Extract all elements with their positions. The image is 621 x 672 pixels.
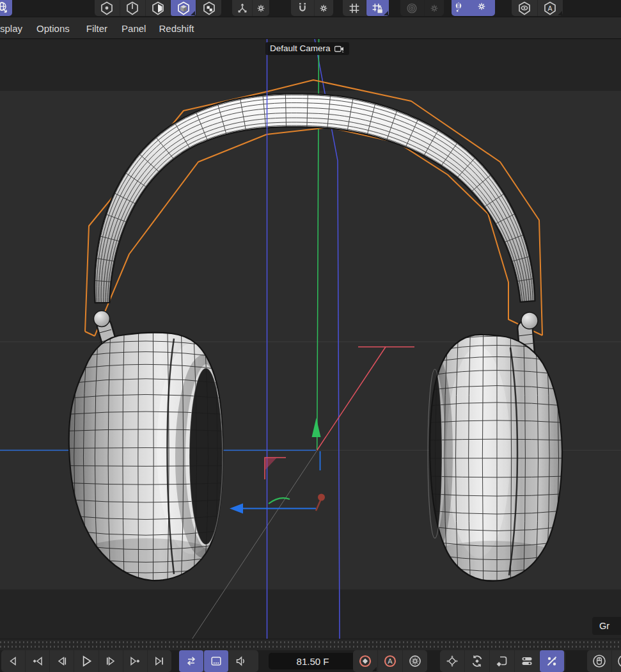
- goto-end-button[interactable]: [147, 650, 171, 672]
- hud-grid-label: Gr: [592, 617, 621, 635]
- mouse-input-button[interactable]: [587, 650, 611, 672]
- snap-magnet-icon[interactable]: [291, 0, 314, 16]
- axis-modify-icon[interactable]: [232, 0, 252, 16]
- audio-button[interactable]: [228, 650, 253, 672]
- menu-redshift[interactable]: Redshift: [159, 18, 194, 39]
- symmetry-icon: [452, 0, 475, 16]
- viewport-scene: [0, 39, 621, 639]
- auto-mode-button[interactable]: A: [537, 0, 563, 16]
- gear-icon[interactable]: [314, 0, 333, 16]
- gear-icon[interactable]: [424, 0, 444, 16]
- loop-icon: [185, 655, 198, 668]
- solo-eye-button[interactable]: [512, 0, 537, 16]
- film-icon: [210, 655, 223, 668]
- next-key-button[interactable]: [123, 650, 147, 672]
- viewport-3d[interactable]: Default Camera Gr: [0, 38, 621, 639]
- falloff-group: [400, 0, 444, 16]
- autokey-button[interactable]: A: [377, 650, 402, 672]
- loop-playback-button[interactable]: [179, 650, 203, 672]
- viewport-menubar: splay Options Filter Panel Redshift: [0, 17, 621, 39]
- solo-mode-group: [95, 0, 221, 16]
- ruler-ticks-top: [0, 641, 621, 643]
- camera-label-text: Default Camera: [270, 44, 331, 53]
- quantize-frame-icon[interactable]: [343, 0, 366, 16]
- solo-half-button[interactable]: [145, 0, 171, 16]
- submenu-corner: [372, 667, 377, 671]
- ruler-ticks-bottom: [0, 646, 621, 648]
- key-scale-toggle[interactable]: [489, 650, 514, 672]
- solo-cube-button[interactable]: [170, 0, 196, 16]
- input-extra-button[interactable]: [611, 650, 621, 672]
- transport-bar: 81.50 F A: [0, 650, 621, 672]
- z-axis-dot[interactable]: [318, 494, 325, 501]
- prev-key-button[interactable]: [25, 650, 49, 672]
- speaker-icon: [235, 655, 248, 668]
- symmetry-group[interactable]: [452, 0, 495, 16]
- keying-group: A: [353, 650, 427, 672]
- quantize-group: [343, 0, 389, 16]
- solo-split-button[interactable]: [120, 0, 145, 16]
- record-keyframe-button[interactable]: [353, 650, 377, 672]
- menu-display[interactable]: splay: [0, 18, 22, 39]
- next-frame-button[interactable]: [98, 650, 123, 672]
- play-button[interactable]: [74, 650, 98, 672]
- frame-field[interactable]: 81.50 F: [269, 653, 357, 669]
- snap-group: [291, 0, 333, 16]
- goto-start-button[interactable]: [1, 650, 25, 672]
- mouse-icon: [592, 653, 607, 669]
- frame-value: 81.50 F: [297, 656, 329, 667]
- svg-text:A: A: [388, 657, 393, 665]
- timeline-ruler[interactable]: [0, 639, 621, 651]
- menu-panel[interactable]: Panel: [122, 18, 146, 39]
- input-extra-icon: [617, 653, 621, 669]
- playback-group: [1, 650, 171, 672]
- cinema4d-window: A splay Options Filter Panel Redshift: [0, 0, 621, 672]
- camera-label[interactable]: Default Camera: [265, 42, 349, 55]
- navigation-tool-button[interactable]: [0, 0, 12, 16]
- menu-filter[interactable]: Filter: [86, 18, 107, 39]
- top-toolbar: A: [0, 0, 621, 17]
- solo-multi-button[interactable]: [196, 0, 221, 16]
- keying-settings-button[interactable]: [402, 650, 427, 672]
- key-position-toggle[interactable]: [440, 650, 464, 672]
- gear-icon[interactable]: [252, 0, 269, 16]
- submenu-corner: [191, 11, 195, 15]
- key-rotation-toggle[interactable]: [464, 650, 489, 672]
- hud-grid-text: Gr: [599, 621, 609, 631]
- submenu-corner: [384, 11, 388, 15]
- menu-options[interactable]: Options: [36, 18, 70, 39]
- falloff-rings-icon[interactable]: [400, 0, 424, 16]
- submenu-corner: [558, 11, 562, 15]
- key-pla-toggle[interactable]: [539, 650, 564, 672]
- key-toggles-group: [440, 650, 565, 672]
- gear-icon: [475, 0, 495, 16]
- solo-dot-button[interactable]: [95, 0, 120, 16]
- frame-tint-bottom: [0, 589, 621, 639]
- keyframe-mode-button[interactable]: [203, 650, 228, 672]
- prev-frame-button[interactable]: [49, 650, 74, 672]
- navigation-globe-icon: [0, 0, 10, 16]
- quantize-lock-button[interactable]: [366, 0, 389, 16]
- key-parameter-toggle[interactable]: [514, 650, 539, 672]
- input-device-group: [587, 650, 621, 672]
- visibility-group: A: [512, 0, 563, 16]
- camera-icon: [334, 45, 345, 52]
- playback-options-group: [179, 650, 258, 672]
- axis-tool-group: [232, 0, 269, 16]
- svg-text:A: A: [548, 4, 553, 12]
